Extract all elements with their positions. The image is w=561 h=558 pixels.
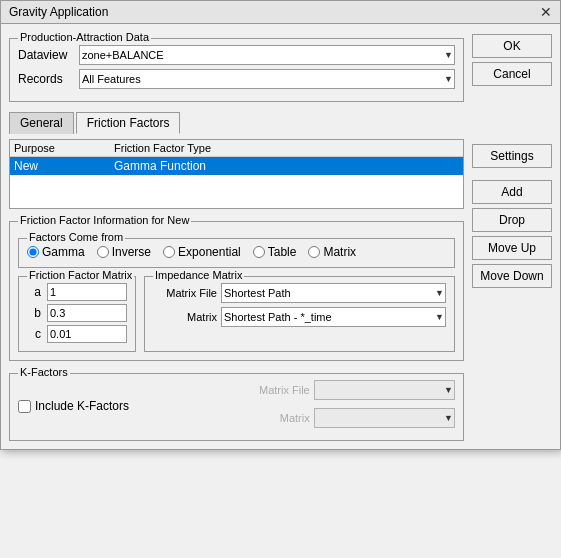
radio-gamma-label: Gamma: [42, 245, 85, 259]
left-panel: Production-Attraction Data Dataview zone…: [9, 32, 464, 441]
impedance-matrix-group: Impedance Matrix Matrix File Shortest Pa…: [144, 276, 455, 352]
kfactor-matrix-label: Matrix: [246, 412, 310, 424]
radio-matrix[interactable]: Matrix: [308, 245, 356, 259]
matrix-row-c: c: [27, 325, 127, 343]
dataview-select[interactable]: zone+BALANCE: [79, 45, 455, 65]
matrix-c-input[interactable]: [47, 325, 127, 343]
impedance-file-row: Matrix File Shortest Path ▼: [153, 283, 446, 303]
include-kfactors-label: Include K-Factors: [35, 399, 129, 413]
cancel-button[interactable]: Cancel: [472, 62, 552, 86]
records-select-wrapper[interactable]: All Features ▼: [79, 69, 455, 89]
records-select[interactable]: All Features: [79, 69, 455, 89]
friction-info-title: Friction Factor Information for New: [18, 214, 191, 226]
kfactors-group: K-Factors Include K-Factors Matrix File: [9, 373, 464, 441]
kfactor-include-row: Include K-Factors Matrix File ▼: [18, 380, 455, 432]
matrix-c-label: c: [27, 327, 41, 341]
production-attraction-title: Production-Attraction Data: [18, 31, 151, 43]
radio-exponential-label: Exponential: [178, 245, 241, 259]
list-header: Purpose Friction Factor Type: [10, 140, 463, 157]
right-panel: OK Cancel Settings Add Drop Move Up Move…: [472, 32, 552, 441]
impedance-matrix-select[interactable]: Shortest Path - *_time: [221, 307, 446, 327]
friction-matrix-title: Friction Factor Matrix: [27, 269, 134, 281]
dataview-row: Dataview zone+BALANCE ▼: [18, 45, 455, 65]
radio-exponential[interactable]: Exponential: [163, 245, 241, 259]
list-col2-header: Friction Factor Type: [114, 142, 459, 154]
factors-come-from-group: Factors Come from Gamma Inverse Expon: [18, 238, 455, 268]
list-item-purpose: New: [14, 159, 114, 173]
radio-gamma[interactable]: Gamma: [27, 245, 85, 259]
move-up-button[interactable]: Move Up: [472, 236, 552, 260]
matrix-b-label: b: [27, 306, 41, 320]
kfactor-file-label: Matrix File: [246, 384, 310, 396]
impedance-matrix-label: Matrix: [153, 311, 217, 323]
matrix-row-b: b: [27, 304, 127, 322]
matrix-a-label: a: [27, 285, 41, 299]
kfactor-file-row: Matrix File ▼: [246, 380, 455, 400]
radio-table-label: Table: [268, 245, 297, 259]
kfactor-file-select-wrapper[interactable]: ▼: [314, 380, 455, 400]
impedance-file-label: Matrix File: [153, 287, 217, 299]
impedance-matrix-row: Matrix Shortest Path - *_time ▼: [153, 307, 446, 327]
factors-radio-group: Gamma Inverse Exponential Table: [27, 245, 446, 259]
kfactors-title: K-Factors: [18, 366, 70, 378]
factors-come-from-title: Factors Come from: [27, 231, 125, 243]
impedance-matrix-select-wrapper[interactable]: Shortest Path - *_time ▼: [221, 307, 446, 327]
close-button[interactable]: ✕: [540, 5, 552, 19]
include-kfactors-input[interactable]: [18, 400, 31, 413]
kfactor-matrix-select[interactable]: [314, 408, 455, 428]
records-label: Records: [18, 72, 73, 86]
records-row: Records All Features ▼: [18, 69, 455, 89]
impedance-file-select[interactable]: Shortest Path: [221, 283, 446, 303]
kfactor-selects: Matrix File ▼ Matrix: [246, 380, 455, 432]
list-col1-header: Purpose: [14, 142, 114, 154]
list-item-type: Gamma Function: [114, 159, 459, 173]
include-kfactors-checkbox[interactable]: Include K-Factors: [18, 399, 129, 413]
radio-table[interactable]: Table: [253, 245, 297, 259]
friction-info-group: Friction Factor Information for New Fact…: [9, 221, 464, 361]
matrix-grid: a b c: [27, 283, 127, 343]
kfactor-file-select[interactable]: [314, 380, 455, 400]
matrix-row-a: a: [27, 283, 127, 301]
tab-friction-factors[interactable]: Friction Factors: [76, 112, 181, 134]
gravity-application-window: Gravity Application ✕ Production-Attract…: [0, 0, 561, 450]
list-item[interactable]: New Gamma Function: [10, 157, 463, 175]
friction-matrix-group: Friction Factor Matrix a b c: [18, 276, 136, 352]
matrix-section: Friction Factor Matrix a b c: [18, 276, 455, 352]
tab-general[interactable]: General: [9, 112, 74, 134]
dataview-select-wrapper[interactable]: zone+BALANCE ▼: [79, 45, 455, 65]
impedance-file-select-wrapper[interactable]: Shortest Path ▼: [221, 283, 446, 303]
title-bar: Gravity Application ✕: [1, 1, 560, 24]
matrix-b-input[interactable]: [47, 304, 127, 322]
radio-inverse[interactable]: Inverse: [97, 245, 151, 259]
kfactor-matrix-select-wrapper[interactable]: ▼: [314, 408, 455, 428]
radio-inverse-label: Inverse: [112, 245, 151, 259]
dataview-label: Dataview: [18, 48, 73, 62]
production-attraction-group: Production-Attraction Data Dataview zone…: [9, 38, 464, 102]
tabs-container: General Friction Factors: [9, 112, 464, 134]
move-down-button[interactable]: Move Down: [472, 264, 552, 288]
kfactor-matrix-row: Matrix ▼: [246, 408, 455, 428]
drop-button[interactable]: Drop: [472, 208, 552, 232]
impedance-matrix-title: Impedance Matrix: [153, 269, 244, 281]
friction-list-box[interactable]: Purpose Friction Factor Type New Gamma F…: [9, 139, 464, 209]
settings-button[interactable]: Settings: [472, 144, 552, 168]
add-button[interactable]: Add: [472, 180, 552, 204]
matrix-a-input[interactable]: [47, 283, 127, 301]
window-title: Gravity Application: [9, 5, 108, 19]
radio-matrix-label: Matrix: [323, 245, 356, 259]
ok-button[interactable]: OK: [472, 34, 552, 58]
